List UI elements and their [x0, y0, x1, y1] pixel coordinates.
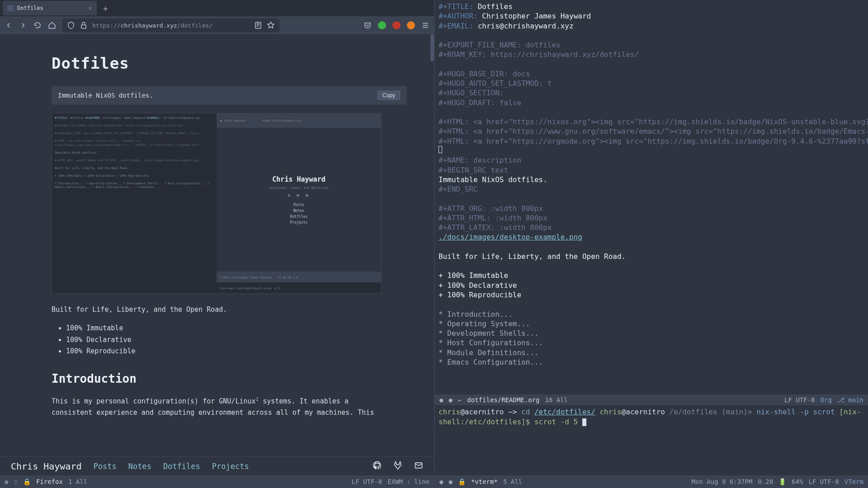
hamburger-menu-icon[interactable]: [421, 21, 429, 29]
bookmark-star-icon[interactable]: [267, 21, 275, 29]
lock-icon-small: 🔒: [23, 478, 31, 485]
intro-paragraph: This is my personal configuration(s) for…: [52, 395, 382, 419]
buffer-pos: 1 All: [68, 478, 87, 485]
battery-icon: 🔋: [778, 478, 786, 485]
intro-heading: Introduction: [52, 372, 407, 385]
vterm-buffer[interactable]: chris@acernitro ~> cd /etc/dotfiles/ chr…: [435, 405, 868, 475]
browser-tab-strip: Dotfiles × +: [0, 0, 434, 16]
footer-link-projects[interactable]: Projects: [212, 462, 249, 471]
back-button[interactable]: [5, 21, 13, 29]
url-bar[interactable]: https://chrishayward.xyz/dotfiles/: [62, 19, 279, 32]
load-avg: 0.28: [758, 478, 773, 485]
mail-icon[interactable]: [414, 461, 423, 471]
home-button[interactable]: [48, 21, 56, 29]
thumb-editor-preview: #+TITLE: Dotfiles #+AUTHOR: Christopher …: [52, 113, 217, 293]
thumb-hero-name: Chris Hayward: [272, 175, 325, 183]
major-mode: VTerm: [844, 478, 863, 485]
shield-icon: [67, 21, 75, 29]
description-text: Immutable NixOS dotfiles.: [58, 92, 153, 99]
right-modeline: ●● 🔒 *vterm* 5 All Mon Aug 9 6:37PM 0.28…: [435, 475, 868, 488]
site-footer-nav: Chris Hayward Posts Notes Dotfiles Proje…: [0, 456, 434, 475]
vcs-branch: ⎇ main: [837, 396, 863, 404]
pocket-icon[interactable]: [363, 21, 372, 29]
tab-title: Dotfiles: [17, 5, 43, 11]
extension-red-icon[interactable]: [392, 21, 401, 29]
encoding: LF UTF-8: [352, 478, 382, 485]
buffer-name: *vterm*: [471, 478, 498, 485]
hero-screenshot: #+TITLE: Dotfiles #+AUTHOR: Christopher …: [52, 113, 382, 294]
major-mode: Org: [821, 396, 832, 404]
major-mode: EXWM : line: [387, 478, 429, 485]
editor-modeline: ●● ← dotfiles/README.org 16 All LF UTF-8…: [435, 394, 868, 405]
page-content: Dotfiles Immutable NixOS dotfiles. Copy …: [0, 34, 434, 456]
forward-button[interactable]: [19, 21, 27, 29]
battery-pct: 64%: [792, 478, 803, 485]
browser-tab-active[interactable]: Dotfiles ×: [3, 1, 97, 15]
favicon-icon: [7, 5, 14, 11]
description-codebox: Immutable NixOS dotfiles. Copy: [52, 86, 407, 105]
footer-link-notes[interactable]: Notes: [128, 462, 151, 471]
encoding: LF UTF-8: [808, 478, 839, 485]
buffer-filename: dotfiles/README.org: [467, 396, 539, 404]
circle-icon: ●: [5, 478, 8, 485]
buffer-pos: 16 All: [545, 396, 568, 404]
reader-mode-icon[interactable]: [254, 21, 262, 29]
lock-icon-small: 🔒: [458, 478, 466, 485]
list-item: 100% Reproducible: [66, 346, 407, 357]
right-pane-emacs: #+TITLE: Dotfiles #+AUTHOR: Christopher …: [435, 0, 868, 488]
close-tab-icon[interactable]: ×: [89, 5, 92, 12]
branch-icon: ⎇: [837, 396, 844, 404]
buffer-name: Firefox: [36, 478, 63, 485]
clock: Mon Aug 9 6:37PM: [692, 478, 753, 485]
list-item: 100% Declarative: [66, 334, 407, 346]
thumb-browser-preview: ●Chris Haywardhttps://chrishayward.xyz C…: [217, 113, 381, 293]
back-arrow-icon: ←: [458, 396, 462, 404]
gitlab-icon[interactable]: [393, 461, 402, 471]
extension-green-icon[interactable]: [378, 21, 386, 29]
new-tab-button[interactable]: +: [103, 4, 108, 13]
org-buffer[interactable]: #+TITLE: Dotfiles #+AUTHOR: Christopher …: [435, 0, 868, 394]
site-brand[interactable]: Chris Hayward: [11, 461, 82, 472]
scrollbar[interactable]: [430, 34, 434, 61]
lock-icon: [80, 21, 88, 29]
page-viewport: Dotfiles Immutable NixOS dotfiles. Copy …: [0, 34, 434, 456]
thumb-hero-tagline: Airplanes, Linux, and Metalcore: [269, 186, 329, 190]
footer-link-posts[interactable]: Posts: [94, 462, 117, 471]
page-title: Dotfiles: [52, 54, 407, 72]
svg-rect-0: [81, 25, 86, 28]
left-modeline: ● ▯ 🔒 Firefox 1 All LF UTF-8 EXWM : line: [0, 475, 434, 488]
browser-toolbar: https://chrishayward.xyz/dotfiles/: [0, 16, 434, 34]
feature-list: 100% Immutable 100% Declarative 100% Rep…: [66, 323, 407, 357]
github-icon[interactable]: [373, 461, 382, 471]
footer-link-dotfiles[interactable]: Dotfiles: [163, 462, 200, 471]
reload-button[interactable]: [33, 21, 42, 29]
terminal-cursor: [582, 418, 586, 426]
url-text: https://chrishayward.xyz/dotfiles/: [92, 22, 212, 29]
list-item: 100% Immutable: [66, 323, 407, 334]
copy-button[interactable]: Copy: [377, 90, 401, 100]
tagline: Built for Life, Liberty, and the Open Ro…: [52, 305, 407, 314]
extension-orange-icon[interactable]: [407, 21, 415, 29]
buffer-pos: 5 All: [503, 478, 522, 485]
left-pane-firefox: Dotfiles × + https://chrishayward.xyz/do…: [0, 0, 435, 488]
encoding: LF UTF-8: [784, 396, 815, 404]
